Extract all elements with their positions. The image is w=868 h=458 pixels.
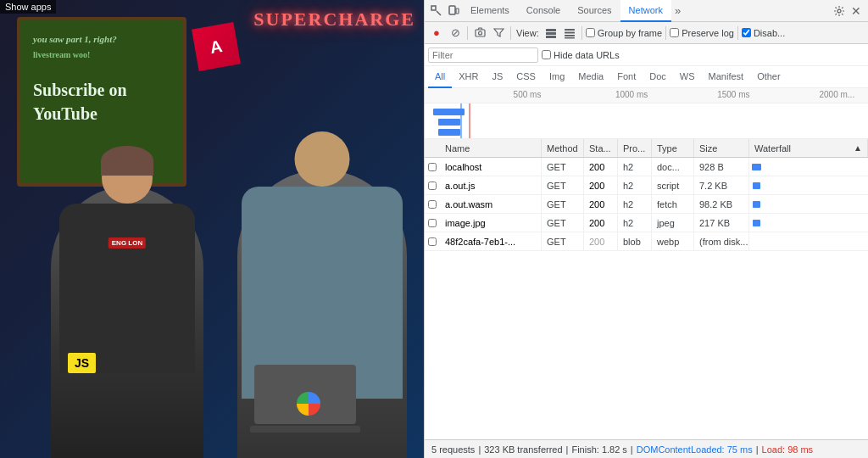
group-by-frame-label[interactable]: Group by frame [586, 28, 662, 38]
timeline-scale: 500 ms 1000 ms 1500 ms 2000 m... [425, 88, 868, 103]
chalk-text: you saw part 1, right? livestream woo! S… [20, 20, 183, 138]
capture-screenshot-btn[interactable] [471, 25, 488, 42]
td-size: (from disk... [694, 232, 749, 250]
res-tab-ws-label: WS [680, 71, 695, 81]
devtools-panel: Elements Console Sources Network » ✕ ● ⊘ [424, 0, 868, 458]
row-checkbox-cell [425, 237, 440, 246]
res-tab-xhr[interactable]: XHR [452, 66, 485, 88]
table-row[interactable]: a.out.js GET 200 h2 script 7.2 KB [425, 176, 868, 195]
res-tab-media-label: Media [578, 71, 604, 81]
preserve-log-checkbox[interactable] [670, 28, 679, 37]
status-bar: 5 requests | 323 KB transferred | Finish… [425, 439, 868, 458]
th-protocol[interactable]: Pro... [618, 139, 652, 157]
res-tab-other[interactable]: Other [750, 66, 787, 88]
table-row[interactable]: image.jpg GET 200 h2 jpeg 217 KB [425, 214, 868, 232]
td-method: GET [542, 214, 584, 232]
td-size: 217 KB [694, 214, 749, 232]
res-tab-manifest[interactable]: Manifest [702, 66, 751, 88]
table-row[interactable]: localhost GET 200 h2 doc... 928 B [425, 158, 868, 176]
td-status: 200 [584, 158, 618, 176]
video-panel: Show apps you saw part 1, right? livestr… [0, 0, 424, 458]
td-waterfall [749, 232, 868, 250]
hide-data-urls-checkbox[interactable] [542, 50, 551, 59]
res-tab-font[interactable]: Font [610, 66, 643, 88]
person1: ENG LON [51, 187, 203, 458]
status-separator-4: | [756, 444, 759, 455]
res-tab-js[interactable]: JS [485, 66, 509, 88]
hide-data-urls-label[interactable]: Hide data URLs [542, 50, 620, 60]
filter-btn[interactable] [490, 25, 507, 42]
res-tab-img[interactable]: Img [542, 66, 571, 88]
row-checkbox[interactable] [428, 219, 437, 227]
td-status: 200 [584, 232, 618, 250]
svg-point-3 [837, 9, 841, 13]
th-name[interactable]: Name [440, 139, 542, 157]
td-method: GET [542, 176, 584, 194]
td-status: 200 [584, 176, 618, 194]
td-name: a.out.js [440, 176, 542, 194]
res-tab-css[interactable]: CSS [509, 66, 542, 88]
filter-input[interactable] [428, 47, 538, 63]
res-tab-all[interactable]: All [428, 66, 452, 88]
res-tab-doc-label: Doc [649, 71, 666, 81]
devtools-close-btn[interactable]: ✕ [848, 3, 865, 20]
td-protocol: h2 [618, 176, 652, 194]
tab-sources-label: Sources [577, 5, 611, 15]
svg-rect-8 [546, 36, 556, 38]
clear-btn[interactable]: ⊘ [447, 25, 464, 42]
table-row[interactable]: a.out.wasm GET 200 h2 fetch 98.2 KB [425, 195, 868, 214]
tab-more-btn[interactable]: » [671, 4, 684, 17]
res-tab-xhr-label: XHR [459, 71, 478, 81]
res-tab-ws[interactable]: WS [673, 66, 702, 88]
res-tab-media[interactable]: Media [571, 66, 610, 88]
row-checkbox[interactable] [428, 200, 437, 209]
group-by-frame-checkbox[interactable] [586, 28, 595, 37]
th-status[interactable]: Sta... [584, 139, 618, 157]
row-checkbox[interactable] [428, 163, 437, 171]
td-waterfall [749, 176, 868, 194]
tab-sources[interactable]: Sources [569, 0, 620, 22]
res-tab-other-label: Other [757, 71, 781, 81]
res-tab-manifest-label: Manifest [709, 71, 744, 81]
status-requests: 5 requests [431, 444, 475, 455]
preserve-log-label[interactable]: Preserve log [670, 28, 734, 38]
disable-cache-text: Disab... [754, 28, 785, 38]
th-method[interactable]: Method [542, 139, 584, 157]
inspect-icon-btn[interactable] [428, 3, 445, 20]
row-checkbox-cell [425, 200, 440, 209]
show-apps-bar[interactable]: Show apps [0, 0, 56, 14]
th-type[interactable]: Type [652, 139, 694, 157]
record-btn[interactable]: ● [428, 25, 445, 42]
load-marker [469, 103, 470, 138]
row-checkbox[interactable] [428, 237, 437, 246]
view-small-btn[interactable] [561, 25, 578, 42]
svg-rect-12 [565, 37, 575, 39]
chalk-subscribe: Subscribe on YouTube [33, 78, 170, 126]
row-checkbox[interactable] [428, 182, 437, 190]
status-finish: Finish: 1.82 s [571, 444, 626, 455]
timeline-bar-localhost [433, 109, 465, 115]
network-toolbar: ● ⊘ View: [425, 22, 868, 44]
device-icon-btn[interactable] [445, 3, 462, 20]
td-size: 928 B [694, 158, 749, 176]
toolbar-divider-1 [467, 26, 468, 40]
person2 [237, 170, 407, 458]
res-tab-doc[interactable]: Doc [643, 66, 673, 88]
th-waterfall[interactable]: Waterfall ▲ [749, 139, 868, 157]
svg-rect-0 [431, 6, 436, 10]
tab-console[interactable]: Console [518, 0, 569, 22]
tab-network[interactable]: Network [620, 0, 671, 22]
tab-elements[interactable]: Elements [462, 0, 518, 22]
td-name: image.jpg [440, 214, 542, 232]
devtools-settings-icon[interactable] [831, 3, 848, 20]
disable-cache-label[interactable]: Disab... [742, 28, 785, 38]
td-name: 48f2cafa-7eb1-... [440, 232, 542, 250]
disable-cache-checkbox[interactable] [742, 28, 751, 37]
timeline-area: 500 ms 1000 ms 1500 ms 2000 m... [425, 88, 868, 139]
table-row[interactable]: 48f2cafa-7eb1-... GET 200 blob webp (fro… [425, 232, 868, 251]
td-status: 200 [584, 214, 618, 232]
show-apps-label: Show apps [5, 2, 51, 12]
svg-rect-1 [449, 6, 455, 14]
th-size[interactable]: Size [694, 139, 749, 157]
view-requests-btn[interactable] [542, 25, 559, 42]
